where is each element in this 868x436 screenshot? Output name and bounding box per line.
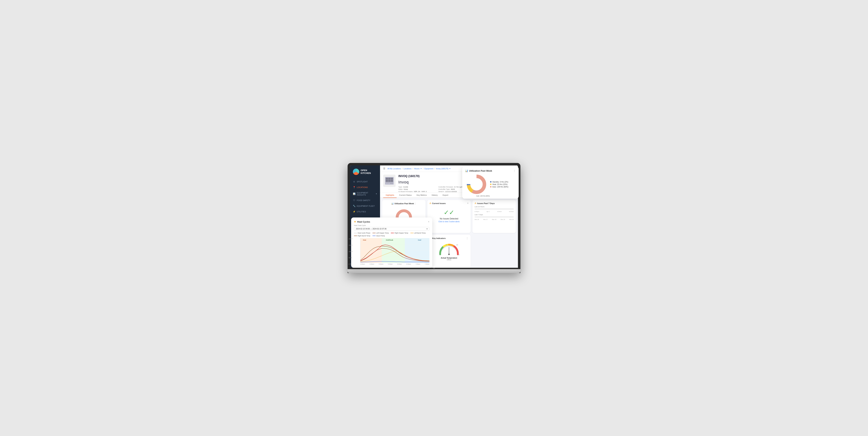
breadcrumb-locations[interactable]: Locations (403, 167, 411, 170)
svg-rect-4 (391, 178, 393, 180)
legend-left-hopper: Left Hopper Temp (372, 232, 389, 234)
breadcrumb-all-locations[interactable]: All My Locations (388, 167, 401, 170)
legend-left-barrel: Left Barrel Temp (410, 232, 426, 234)
heat-cycles-title: ☀ Heat Cycles (354, 220, 370, 223)
utilization-menu[interactable]: ⋮ (414, 202, 416, 205)
menu-icon[interactable]: ☰ (383, 167, 385, 170)
view-alerts-link[interactable]: Click to view 3 active alerts (438, 221, 460, 223)
legend-right-hopper: Right Hopper Temp (391, 232, 408, 234)
legend-glycol: Glycol Temp (372, 235, 385, 237)
logo-icon (353, 168, 359, 175)
sidebar-item-label: UTILITIES (357, 211, 366, 213)
equipment-fleet-icon: 🔧 (353, 205, 355, 207)
tab-current-status[interactable]: Current Status (397, 193, 414, 198)
tab-key-metrics[interactable]: Key Metrics (414, 193, 429, 198)
sidebar-item-equipment-fleet[interactable]: 🔧 EQUIPMENT FLEET (350, 203, 380, 209)
check-icon: ✓✓ (444, 209, 454, 216)
breadcrumb-houno[interactable]: Houno (414, 167, 420, 170)
svg-text:50: 50 (446, 244, 447, 246)
24h-ticks: 8:00pm Apr 1 4:00am 8:00am (474, 211, 514, 212)
24h-bar (474, 208, 514, 210)
sidebar-item-label: EQUIPMENT FLEET (357, 205, 375, 207)
svg-text:Heat: Heat (363, 239, 366, 241)
sidebar-logo: OPENKITCHEN (350, 165, 380, 178)
sidebar-item-label: EQUIPMENT INSIGHTS (357, 192, 374, 196)
heat-cycle-legend: Heat Cycle Phase Left Hopper Temp Right … (354, 232, 429, 237)
svg-text:Hold/Soak: Hold/Soak (386, 239, 393, 241)
issues-title: ⚠ Current Issues (429, 202, 446, 205)
equipment-svg (384, 176, 395, 186)
logo-text: OPENKITCHEN (361, 169, 371, 175)
sidebar-item-label: SPOTLIGHT (357, 181, 368, 183)
sidebar-item-locations[interactable]: 📍 LOCATIONS (350, 185, 380, 190)
chart-x-labels: 4:00am 4:30am 5:00am 5:30am 6:00am 6:30a… (360, 263, 429, 265)
issues-content: ✓✓ No Issues Detected Click to view 3 ac… (429, 206, 469, 226)
heat-cycle-dropdown[interactable]: 2024-02-15 04:06 — 2024-02-15 07:36 ▾ (354, 227, 429, 231)
tab-export[interactable]: Export (440, 193, 451, 198)
svg-point-9 (386, 183, 387, 184)
legend-heat: Heat: 25 Hrs (15%) (490, 183, 508, 185)
laptop-base (348, 269, 520, 273)
sidebar-item-utilities[interactable]: ⚡ UTILITIES (350, 209, 380, 215)
heat-cycles-close-button[interactable]: × (428, 220, 429, 223)
auto-dot (490, 186, 492, 187)
issues-close-button[interactable]: × (467, 202, 469, 205)
meta-type: Type: Combi (398, 186, 435, 188)
sidebar-item-food-safety[interactable]: 🛡 FOOD SAFETY (350, 197, 380, 203)
svg-rect-2 (386, 178, 388, 180)
svg-text:0: 0 (439, 254, 440, 255)
floating-util-legend: Standby: 3 Hrs (2%) Heat: 25 Hrs (15%) A… (490, 181, 508, 188)
heat-dot (490, 184, 492, 185)
current-dropdown-icon[interactable]: ▼ (449, 168, 451, 169)
equipment-insights-icon: 📊 (353, 193, 355, 195)
indicators-menu[interactable]: ⋮ (466, 237, 469, 240)
floating-donut-container: Auto: 139 Hrs (83%) (465, 173, 488, 196)
sidebar-item-label: LOCATIONS (357, 186, 368, 188)
svg-rect-3 (388, 178, 391, 180)
sun-icon: ☀ (354, 220, 356, 223)
last-24h-label: Last 24 Hours (474, 206, 514, 208)
current-issues-card: ⚠ Current Issues × ✓✓ No Issues Detected… (427, 200, 471, 233)
chart-bar-icon: 📊 (465, 169, 468, 172)
legend-right-barrel: Right Barrel Temp (354, 235, 370, 237)
food-safety-icon: 🛡 (353, 199, 355, 201)
issues-past-7-card: ⚠ Issues Past 7 Days Last 24 Hours 8:00p… (472, 200, 516, 233)
svg-rect-7 (391, 180, 393, 182)
key-indicators-card: 🌡 Key Indicators ⋮ (427, 235, 471, 268)
tab-history[interactable]: History (429, 193, 440, 198)
issues-7d-title: ⚠ Issues Past 7 Days (474, 202, 495, 205)
chart-y-labels: 200 °F 150 °F 100 °F 50 °F 0 °F (349, 238, 353, 265)
spotlight-icon: ⊙ (353, 181, 355, 183)
heat-cycle-label: Heat Treat Cycle (354, 224, 429, 226)
auto-label: Auto: 139 Hrs (83%) (476, 195, 490, 197)
legend-heat-phase: Heat Cycle Phase (354, 232, 370, 234)
utilities-icon: ⚡ (353, 210, 355, 213)
floating-donut-svg (465, 173, 488, 196)
meta-make: Make: Invoq (398, 188, 435, 190)
floating-util-content: Auto: 139 Hrs (83%) Standby: 3 Hrs (2%) … (465, 173, 516, 196)
svg-text:100: 100 (456, 244, 458, 246)
heat-chart-svg: Heat Hold/Soak Cool (361, 238, 429, 263)
svg-text:125: 125 (458, 254, 460, 255)
gauge-svg: 0 50 100 125 (438, 243, 460, 255)
gauge-label: Actual Temperature (441, 257, 457, 259)
houno-dropdown-icon[interactable]: ▼ (420, 168, 422, 169)
heat-chart-wrapper: 200 °F 150 °F 100 °F 50 °F 0 °F Heat Hol… (354, 238, 429, 265)
legend-standby: Standby: 3 Hrs (2%) (490, 181, 508, 183)
sidebar-item-label: FOOD SAFETY (357, 199, 370, 201)
equipment-image (383, 175, 396, 187)
breadcrumb-equipment[interactable]: Equipment (425, 167, 433, 170)
7d-ticks: Mar 26 Mar 27 Mar 28 Mar 29 Mar 30 (474, 219, 514, 220)
gauge: 0 50 100 125 (438, 243, 460, 255)
floating-util-title: 📊 Utilization Past Week (465, 169, 492, 172)
svg-text:Cool: Cool (418, 239, 421, 241)
svg-rect-5 (386, 180, 388, 182)
sidebar-item-equipment-insights[interactable]: 📊 EQUIPMENT INSIGHTS ▼ (350, 190, 380, 197)
breadcrumb-current[interactable]: Invoq (160170) (436, 167, 448, 170)
sidebar-item-spotlight[interactable]: ⊙ SPOTLIGHT (350, 179, 380, 185)
svg-point-10 (388, 183, 389, 184)
warning-icon: ⚠ (429, 202, 431, 205)
sidebar-nav: ⊙ SPOTLIGHT 📍 LOCATIONS 📊 EQUIPMENT INSI… (350, 178, 380, 216)
tab-highlights[interactable]: Highlights (383, 193, 397, 198)
floating-util-menu[interactable]: ⋮ (513, 169, 516, 172)
